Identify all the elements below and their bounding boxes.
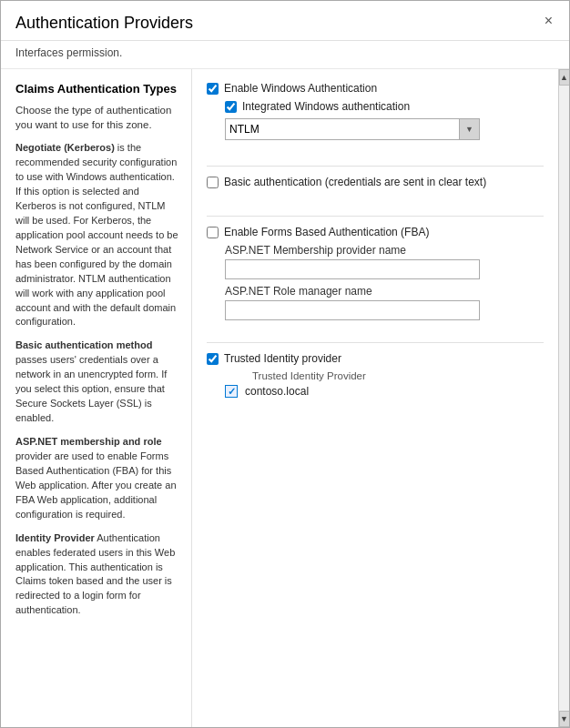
trusted-id-table: Trusted Identity Provider contoso.local [225, 370, 544, 398]
trusted-id-provider-checkbox[interactable] [225, 385, 238, 398]
right-panel-inner: Enable Windows Authentication Integrated… [207, 82, 544, 410]
scroll-up-arrow[interactable]: ▲ [559, 69, 570, 86]
separator-1 [207, 166, 544, 167]
trusted-id-form-row: Trusted Identity provider [207, 352, 544, 365]
role-label: ASP.NET Role manager name [225, 285, 544, 298]
aspnet-anchor: ASP.NET membership and role [15, 436, 162, 447]
separator-3 [207, 342, 544, 343]
windows-auth-section: Enable Windows Authentication Integrated… [207, 82, 544, 144]
forms-auth-section: Enable Forms Based Authentication (FBA) … [207, 226, 544, 320]
negotiate-section: Negotiate (Kerberos) is the recommended … [15, 141, 178, 329]
basic-auth-form-label[interactable]: Basic authentication (credentials are se… [224, 176, 486, 188]
choose-label: Choose the type of authentication you wa… [15, 103, 178, 132]
scroll-track [559, 86, 570, 711]
trusted-id-provider-name: contoso.local [245, 385, 309, 398]
basic-auth-text: passes users' credentials over a network… [15, 354, 167, 423]
integrated-auth-checkbox[interactable] [225, 101, 237, 113]
integrated-auth-row: Integrated Windows authentication [225, 100, 544, 113]
negotiate-text: is the recommended security configuratio… [15, 142, 178, 327]
separator-2 [207, 216, 544, 217]
close-button[interactable]: × [543, 14, 555, 28]
trusted-id-form-label[interactable]: Trusted Identity provider [224, 352, 341, 365]
windows-auth-checkbox[interactable] [207, 83, 219, 95]
basic-auth-form-section: Basic authentication (credentials are se… [207, 176, 544, 194]
dialog-subheader: Interfaces permission. [1, 41, 569, 69]
ntlm-dropdown-wrapper[interactable]: NTLM Negotiate (Kerberos) [225, 118, 480, 140]
section-title: Claims Authentication Types [15, 82, 178, 96]
forms-auth-row: Enable Forms Based Authentication (FBA) [207, 226, 544, 238]
dialog-body: Claims Authentication Types Choose the t… [1, 69, 569, 727]
windows-auth-row: Enable Windows Authentication [207, 82, 544, 95]
trusted-id-table-header: Trusted Identity Provider [225, 370, 544, 381]
windows-auth-indent: Integrated Windows authentication NTLM N… [225, 100, 544, 140]
trusted-id-text: Authentication enables federated users i… [15, 532, 175, 616]
left-panel: Claims Authentication Types Choose the t… [1, 69, 192, 727]
ntlm-select[interactable]: NTLM Negotiate (Kerberos) [226, 119, 479, 139]
trusted-id-checkbox[interactable] [207, 353, 219, 365]
membership-label: ASP.NET Membership provider name [225, 244, 544, 257]
outer-scrollbar: ▲ ▼ [558, 69, 569, 727]
negotiate-anchor: Negotiate (Kerberos) [15, 142, 115, 153]
trusted-id-section: Identity Provider Authentication enables… [15, 531, 178, 619]
basic-auth-form-row: Basic authentication (credentials are se… [207, 176, 544, 188]
trusted-id-form-section: Trusted Identity provider Trusted Identi… [207, 352, 544, 398]
forms-auth-indent: ASP.NET Membership provider name ASP.NET… [225, 244, 544, 320]
membership-input[interactable] [225, 259, 480, 279]
dialog-header: Authentication Providers × [1, 1, 569, 41]
basic-auth-anchor: Basic authentication method [15, 339, 152, 350]
forms-auth-label[interactable]: Enable Forms Based Authentication (FBA) [224, 226, 429, 238]
trusted-id-provider-row: contoso.local [225, 385, 544, 398]
authentication-providers-dialog: Authentication Providers × Interfaces pe… [0, 0, 570, 728]
dialog-title: Authentication Providers [15, 14, 193, 33]
aspnet-text: provider are used to enable Forms Based … [15, 450, 177, 520]
forms-auth-checkbox[interactable] [207, 227, 219, 238]
aspnet-section: ASP.NET membership and role provider are… [15, 435, 178, 522]
trusted-id-anchor: Identity Provider [15, 532, 95, 543]
role-input[interactable] [225, 300, 480, 320]
scroll-down-arrow[interactable]: ▼ [559, 711, 570, 727]
basic-auth-section: Basic authentication method passes users… [15, 339, 178, 426]
right-panel: Enable Windows Authentication Integrated… [192, 69, 558, 727]
integrated-auth-label[interactable]: Integrated Windows authentication [242, 100, 410, 113]
basic-auth-form-checkbox[interactable] [207, 177, 219, 188]
windows-auth-label[interactable]: Enable Windows Authentication [224, 82, 377, 95]
subheader-text: Interfaces permission. [15, 46, 122, 59]
